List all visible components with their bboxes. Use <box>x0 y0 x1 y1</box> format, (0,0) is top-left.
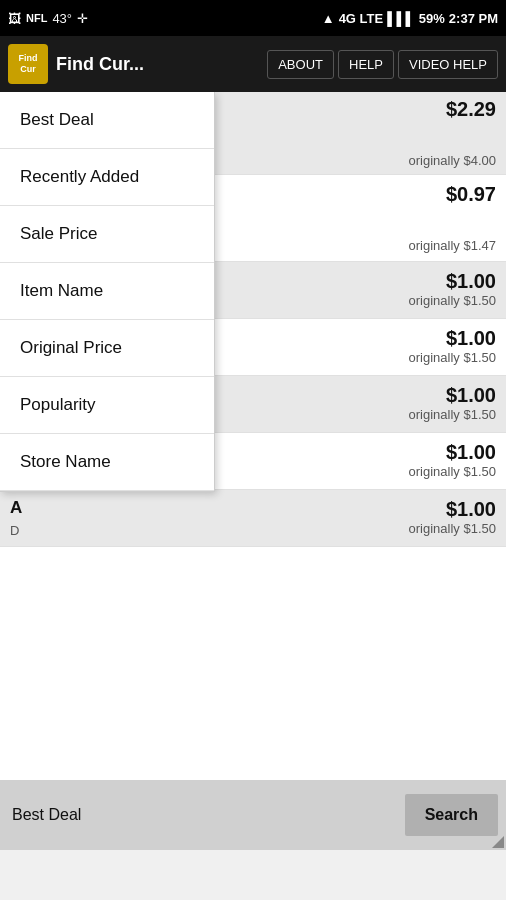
product-orig-price: originally $4.00 <box>409 153 496 168</box>
dropdown-item-best-deal[interactable]: Best Deal <box>0 92 214 149</box>
search-button[interactable]: Search <box>405 794 498 836</box>
bluetooth-icon: ▲ <box>322 11 335 26</box>
signal-4g: 4G LTE <box>339 11 384 26</box>
nav-bar: FindCur Find Cur... ABOUT HELP VIDEO HEL… <box>0 36 506 92</box>
product-price: $1.00 <box>446 270 496 293</box>
product-name: A <box>10 498 446 518</box>
product-orig-price: originally $1.50 <box>409 521 496 538</box>
time: 2:37 PM <box>449 11 498 26</box>
product-price: $1.00 <box>446 327 496 350</box>
dropdown-item-sale-price[interactable]: Sale Price <box>0 206 214 263</box>
help-button[interactable]: HELP <box>338 50 394 79</box>
dropdown-item-original-price[interactable]: Original Price <box>0 320 214 377</box>
product-orig-price: originally $1.50 <box>409 464 496 481</box>
dropdown-item-store-name[interactable]: Store Name <box>0 434 214 491</box>
product-orig-price: originally $1.50 <box>409 350 496 367</box>
dropdown-item-popularity[interactable]: Popularity <box>0 377 214 434</box>
status-left: 🖼 NFL 43° ✛ <box>8 11 88 26</box>
product-header: A $1.00 <box>10 498 496 521</box>
product-orig-price: originally $1.50 <box>409 407 496 424</box>
list-item: A $1.00 D originally $1.50 <box>0 490 506 547</box>
bottom-bar: Best Deal Search <box>0 780 506 850</box>
dropdown-item-recently-added[interactable]: Recently Added <box>0 149 214 206</box>
sort-dropdown: Best Deal Recently Added Sale Price Item… <box>0 92 215 492</box>
signal-bars: ▌▌▌ <box>387 11 415 26</box>
app-logo: FindCur <box>8 44 48 84</box>
product-price: $0.97 <box>446 183 496 206</box>
product-price: $1.00 <box>446 384 496 407</box>
app-title: Find Cur... <box>56 54 259 75</box>
nfl-icon: NFL <box>26 12 47 24</box>
status-bar: 🖼 NFL 43° ✛ ▲ 4G LTE ▌▌▌ 59% 2:37 PM <box>0 0 506 36</box>
crosshair-icon: ✛ <box>77 11 88 26</box>
product-orig-price: originally $1.50 <box>409 293 496 310</box>
battery-level: 59% <box>419 11 445 26</box>
nav-links: ABOUT HELP VIDEO HELP <box>267 50 498 79</box>
about-button[interactable]: ABOUT <box>267 50 334 79</box>
status-right: ▲ 4G LTE ▌▌▌ 59% 2:37 PM <box>322 11 498 26</box>
temperature: 43° <box>52 11 72 26</box>
dropdown-item-item-name[interactable]: Item Name <box>0 263 214 320</box>
product-price: $2.29 <box>446 98 496 121</box>
product-store: D <box>10 523 19 538</box>
product-orig-price: originally $1.47 <box>409 238 496 253</box>
product-price: $1.00 <box>446 441 496 464</box>
sort-label: Best Deal <box>8 798 397 832</box>
photo-icon: 🖼 <box>8 11 21 26</box>
product-price: $1.00 <box>446 498 496 521</box>
resize-handle <box>492 836 504 848</box>
video-help-button[interactable]: VIDEO HELP <box>398 50 498 79</box>
content-area: Russet Potatoes $2.29 G & W Foods expire… <box>0 92 506 850</box>
